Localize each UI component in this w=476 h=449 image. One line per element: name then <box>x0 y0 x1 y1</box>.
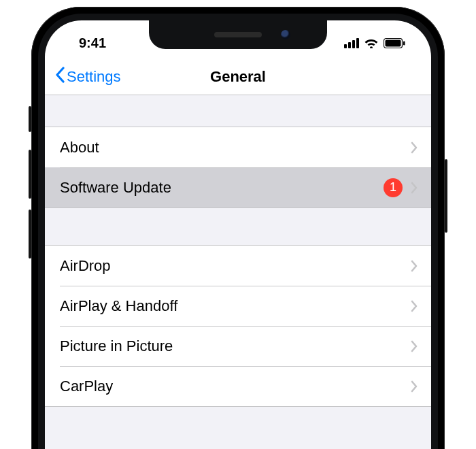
group-spacer <box>45 95 431 127</box>
row-software-update[interactable]: Software Update1 <box>45 167 431 207</box>
status-time: 9:41 <box>79 35 106 51</box>
chevron-right-icon <box>411 380 418 393</box>
row-label: Picture in Picture <box>60 337 411 355</box>
screen: 9:41 Set <box>45 20 431 449</box>
power-button <box>445 159 447 233</box>
page-title: General <box>210 68 266 86</box>
speaker-grille <box>214 32 262 37</box>
chevron-right-icon <box>411 182 418 194</box>
settings-list[interactable]: AboutSoftware Update1AirDropAirPlay & Ha… <box>45 95 431 449</box>
row-label: About <box>60 139 411 156</box>
group-spacer <box>45 208 431 245</box>
row-carplay[interactable]: CarPlay <box>45 366 431 406</box>
back-button[interactable]: Settings <box>54 67 121 87</box>
row-label: CarPlay <box>60 378 411 395</box>
chevron-right-icon <box>411 340 418 352</box>
navigation-bar: Settings General <box>45 59 431 95</box>
chevron-right-icon <box>411 300 418 312</box>
settings-group: AboutSoftware Update1 <box>45 127 431 208</box>
chevron-right-icon <box>411 260 418 272</box>
svg-rect-2 <box>403 41 405 45</box>
notification-badge: 1 <box>384 178 403 197</box>
volume-up-button <box>29 150 31 199</box>
row-label: AirDrop <box>60 257 411 275</box>
battery-icon <box>384 38 405 48</box>
settings-group: AirDropAirPlay & HandoffPicture in Pictu… <box>45 245 431 407</box>
chevron-left-icon <box>54 67 67 87</box>
cellular-signal-icon <box>344 38 359 48</box>
wifi-icon <box>364 37 379 48</box>
device-frame: 9:41 Set <box>31 7 445 449</box>
notch <box>149 20 327 49</box>
row-label: AirPlay & Handoff <box>60 297 411 315</box>
row-about[interactable]: About <box>45 127 431 167</box>
svg-rect-1 <box>386 39 401 46</box>
volume-down-button <box>29 210 31 259</box>
row-pip[interactable]: Picture in Picture <box>45 326 431 366</box>
chevron-right-icon <box>411 142 418 154</box>
row-label: Software Update <box>60 179 384 197</box>
row-airplay-handoff[interactable]: AirPlay & Handoff <box>45 286 431 326</box>
mute-switch <box>29 106 31 132</box>
row-airdrop[interactable]: AirDrop <box>45 246 431 286</box>
back-button-label: Settings <box>67 68 121 86</box>
front-camera <box>281 30 290 39</box>
